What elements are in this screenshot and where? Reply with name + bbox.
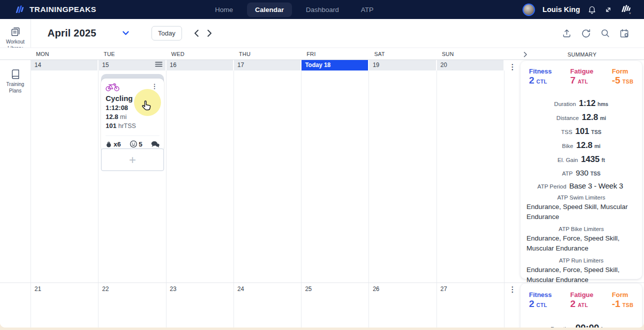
- workout-duration: 1:12:08: [106, 104, 128, 112]
- date-cell-17[interactable]: 17: [234, 60, 302, 70]
- form-metric: Form -1 TSB: [612, 291, 634, 310]
- brand-text: TRAININGPEAKS: [30, 5, 96, 14]
- expand-icon[interactable]: [604, 6, 612, 14]
- workout-tss-unit: hrTSS: [118, 122, 136, 130]
- day-cell-thu-17[interactable]: [234, 70, 302, 282]
- workout-card-container[interactable]: ⋮ Cycling 1:12:08 12.8 mi 101 hrTSS: [101, 74, 164, 152]
- date-cell-20[interactable]: 20: [437, 60, 504, 70]
- stat-atp-period: ATP Period Base 3 - Week 3: [526, 182, 637, 190]
- day-header-sat: SAT: [369, 48, 436, 60]
- month-selector[interactable]: April 2025: [48, 28, 129, 39]
- day-header-grid: MON TUE WED THU FRI SAT SUN: [31, 48, 504, 60]
- day-cell-sat-26[interactable]: 26: [369, 283, 436, 328]
- date-cell-19[interactable]: 19: [369, 60, 436, 70]
- add-workout-box[interactable]: +: [101, 148, 164, 171]
- date-cell-14[interactable]: 14: [31, 60, 98, 70]
- day-cell-sun-27[interactable]: 27: [437, 283, 504, 328]
- week1-options-dots[interactable]: ⋮: [508, 63, 518, 70]
- pmc-row: Fitness 2 CTL Fatigue 7 ATL Form -5 TSB: [526, 68, 637, 86]
- stat-duration: Duration 1:12 hms: [526, 98, 637, 108]
- day-header-tue: TUE: [98, 48, 166, 60]
- trainingpeaks-mark-icon[interactable]: v: [620, 4, 632, 14]
- nav-item-atp[interactable]: ATP: [353, 2, 382, 17]
- workout-tss: 101: [106, 122, 116, 130]
- toolbar-icon-group: [562, 28, 630, 38]
- stat-tss: TSS 101 TSS: [526, 126, 637, 136]
- prev-arrow-icon[interactable]: [194, 30, 199, 37]
- notifications-bell-icon[interactable]: [588, 5, 596, 14]
- day-cell-wed-16[interactable]: [166, 70, 234, 282]
- day-cell-sat-19[interactable]: [369, 70, 436, 282]
- atp-bike-limiters: ATP Bike Limiters Endurance, Force, Spee…: [526, 226, 637, 253]
- month-title: April 2025: [48, 28, 96, 39]
- week2-summary-card: Fitness 2 CTL Fatigue 2 ATL Form -1 TSB …: [520, 284, 642, 328]
- day-cell-sun-20[interactable]: [437, 70, 504, 282]
- day-cell-mon-14[interactable]: [31, 70, 98, 282]
- comments-icon[interactable]: [151, 141, 160, 148]
- day-header-wed: WED: [166, 48, 234, 60]
- next-arrow-icon[interactable]: [207, 30, 212, 37]
- pmc-row: Fitness 2 CTL Fatigue 2 ATL Form -1 TSB: [526, 291, 637, 310]
- stat-atp: ATP 930 TSS: [526, 168, 637, 178]
- date-cell-15[interactable]: 15: [98, 60, 166, 70]
- workout-title: Cycling: [106, 94, 159, 102]
- day-cell-tue-22[interactable]: 22: [98, 283, 166, 328]
- day-menu-hamburger-icon[interactable]: [155, 62, 162, 67]
- workout-card[interactable]: ⋮ Cycling 1:12:08 12.8 mi 101 hrTSS: [101, 78, 164, 152]
- stat-bike: Bike 12.8 mi: [526, 140, 637, 150]
- date-cell-today-18[interactable]: Today 18: [302, 60, 369, 70]
- day-header-mon: MON: [31, 48, 98, 60]
- week1-date-strip: 14 15 16 17 Today 18 19 20: [31, 60, 504, 70]
- plus-icon: +: [129, 153, 136, 167]
- upload-icon[interactable]: [562, 28, 572, 38]
- week1-cells: ⋮ Cycling 1:12:08 12.8 mi 101 hrTSS: [31, 70, 504, 282]
- stat-elevation-gain: El. Gain 1435 ft: [526, 154, 637, 164]
- today-button[interactable]: Today: [152, 26, 182, 40]
- fitness-metric: Fitness 2 CTL: [529, 291, 552, 310]
- week1-stats: Duration 1:12 hms Distance 12.8 mi TSS 1…: [526, 98, 637, 190]
- brand-logo[interactable]: TRAININGPEAKS: [15, 4, 96, 14]
- nav-right-group: Louis King v: [522, 4, 632, 16]
- week2-cells: 21 22 23 24 25 26 27: [31, 283, 504, 328]
- main-nav: Home Calendar Dashboard ATP: [207, 2, 382, 17]
- day-header-row: MON TUE WED THU FRI SAT SUN SUMMARY: [0, 48, 644, 60]
- workout-distance-unit: mi: [120, 114, 126, 120]
- search-icon[interactable]: [600, 28, 610, 38]
- top-navbar: TRAININGPEAKS Home Calendar Dashboard AT…: [0, 0, 644, 19]
- svg-text:v: v: [630, 12, 631, 14]
- week2-options-dots[interactable]: ⋮: [508, 286, 518, 293]
- day-cell-fri-25[interactable]: 25: [302, 283, 369, 328]
- day-cell-mon-21[interactable]: 21: [31, 283, 98, 328]
- date-cell-16[interactable]: 16: [166, 60, 234, 70]
- cycling-bike-icon: [106, 82, 120, 92]
- week1-summary-card: Fitness 2 CTL Fatigue 7 ATL Form -5 TSB …: [520, 61, 642, 279]
- atp-limiters: ATP Swim Limiters Endurance, Speed Skill…: [526, 194, 637, 284]
- calendar-toolbar: April 2025 Today: [31, 19, 644, 48]
- workout-sets-indicator: x6: [106, 140, 120, 148]
- week2-stats: Duration 00:00 hms: [526, 322, 637, 328]
- day-cell-thu-24[interactable]: 24: [234, 283, 302, 328]
- workout-card-menu-dots[interactable]: ⋮: [150, 82, 160, 90]
- sync-icon[interactable]: [581, 28, 591, 38]
- day-cell-tue-15[interactable]: ⋮ Cycling 1:12:08 12.8 mi 101 hrTSS: [98, 70, 166, 282]
- trainingpeaks-logo-icon: [15, 4, 26, 14]
- chevron-down-icon: [122, 31, 129, 36]
- day-cell-wed-23[interactable]: 23: [166, 283, 234, 328]
- nav-item-calendar[interactable]: Calendar: [247, 2, 292, 17]
- atp-run-limiters: ATP Run Limiters Endurance, Force, Speed…: [526, 258, 637, 284]
- day-header-thu: THU: [234, 48, 302, 60]
- user-name[interactable]: Louis King: [542, 6, 580, 14]
- avatar[interactable]: [522, 4, 535, 16]
- stat-duration: Duration 00:00 hms: [526, 322, 637, 328]
- smiley-face-icon: [130, 140, 138, 148]
- atp-swim-limiters: ATP Swim Limiters Endurance, Speed Skill…: [526, 194, 637, 222]
- nav-item-dashboard[interactable]: Dashboard: [298, 2, 347, 17]
- nav-item-home[interactable]: Home: [207, 2, 241, 17]
- calendar-settings-icon[interactable]: [620, 28, 630, 38]
- workout-feel-indicator: 5: [130, 140, 142, 148]
- day-header-sun: SUN: [437, 48, 504, 60]
- workout-distance: 12.8: [106, 113, 118, 120]
- day-cell-fri-18[interactable]: [302, 70, 369, 282]
- stat-distance: Distance 12.8 mi: [526, 112, 637, 122]
- fitness-metric: Fitness 2 CTL: [529, 68, 552, 86]
